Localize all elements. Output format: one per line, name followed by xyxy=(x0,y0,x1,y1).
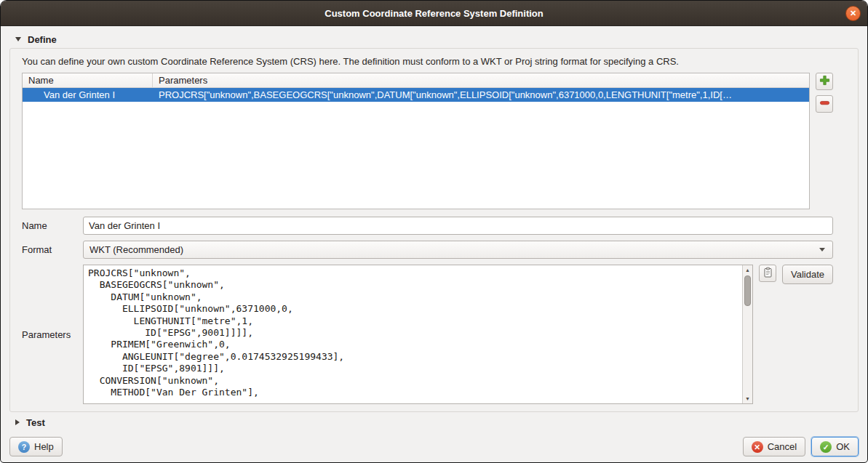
format-selected-value: WKT (Recommended) xyxy=(89,244,819,255)
chevron-down-icon xyxy=(819,248,825,251)
format-label: Format xyxy=(22,244,83,255)
format-row: Format WKT (Recommended) xyxy=(22,241,833,259)
collapse-right-icon xyxy=(15,419,20,425)
format-select[interactable]: WKT (Recommended) xyxy=(83,241,833,259)
row-name-cell: Van der Grinten I xyxy=(23,89,153,100)
dialog-window: Custom Coordinate Reference System Defin… xyxy=(0,0,868,463)
copy-parameters-button[interactable] xyxy=(759,265,776,282)
cancel-button-label: Cancel xyxy=(768,441,797,452)
ok-button-label: OK xyxy=(836,441,850,452)
table-side-buttons xyxy=(816,73,833,113)
window-title: Custom Coordinate Reference System Defin… xyxy=(324,8,544,19)
column-header-name[interactable]: Name xyxy=(23,73,153,87)
validate-button-label: Validate xyxy=(791,269,824,280)
parameters-editor-wrap: PROJCRS["unknown", BASEGEOGCRS["unknown"… xyxy=(83,265,753,404)
name-row: Name xyxy=(22,217,833,235)
ok-icon: ✓ xyxy=(820,441,832,453)
close-button[interactable]: ✕ xyxy=(845,6,861,21)
define-description: You can define your own custom Coordinat… xyxy=(22,56,833,67)
parameters-scrollbar: ▲ ▼ xyxy=(742,265,752,403)
define-group-frame: You can define your own custom Coordinat… xyxy=(9,48,859,412)
scrollbar-thumb[interactable] xyxy=(744,275,751,306)
cancel-button[interactable]: ✕ Cancel xyxy=(743,437,805,456)
cancel-icon: ✕ xyxy=(752,441,763,453)
ok-button[interactable]: ✓ OK xyxy=(811,437,859,456)
titlebar: Custom Coordinate Reference System Defin… xyxy=(1,1,867,26)
test-group-label: Test xyxy=(26,417,45,428)
dialog-button-box: ? Help ✕ Cancel ✓ OK xyxy=(9,437,859,456)
parameters-textarea[interactable]: PROJCRS["unknown", BASEGEOGCRS["unknown"… xyxy=(84,265,742,403)
help-button[interactable]: ? Help xyxy=(9,437,63,456)
remove-crs-button[interactable] xyxy=(816,95,833,113)
close-icon: ✕ xyxy=(850,9,856,18)
parameters-label: Parameters xyxy=(22,265,83,404)
table-row[interactable]: Van der Grinten I PROJCRS["unknown",BASE… xyxy=(23,88,809,102)
row-parameters-cell: PROJCRS["unknown",BASEGEOGCRS["unknown",… xyxy=(153,89,809,100)
crs-table: Name Parameters Van der Grinten I PROJCR… xyxy=(22,73,810,209)
name-input[interactable] xyxy=(83,217,833,235)
help-icon: ? xyxy=(18,441,30,453)
scrollbar-up-arrow-icon[interactable]: ▲ xyxy=(743,265,752,275)
help-button-label: Help xyxy=(34,441,54,452)
define-group-label: Define xyxy=(28,34,57,45)
scrollbar-down-arrow-icon[interactable]: ▼ xyxy=(743,394,752,403)
scrollbar-track[interactable] xyxy=(743,275,752,394)
crs-table-header: Name Parameters xyxy=(23,73,809,88)
parameters-row: Parameters PROJCRS["unknown", BASEGEOGCR… xyxy=(22,265,833,404)
plus-icon xyxy=(819,75,830,88)
validate-button[interactable]: Validate xyxy=(782,265,833,284)
add-crs-button[interactable] xyxy=(816,73,833,90)
dialog-body: Define You can define your own custom Co… xyxy=(1,26,867,462)
crs-table-area: Name Parameters Van der Grinten I PROJCR… xyxy=(22,73,833,209)
name-label: Name xyxy=(22,220,83,231)
collapse-down-icon xyxy=(15,37,21,41)
column-header-parameters[interactable]: Parameters xyxy=(153,73,809,87)
minus-icon xyxy=(819,97,830,110)
define-group-header[interactable]: Define xyxy=(9,31,859,48)
test-group-header[interactable]: Test xyxy=(9,414,859,431)
clipboard-icon xyxy=(762,267,773,281)
